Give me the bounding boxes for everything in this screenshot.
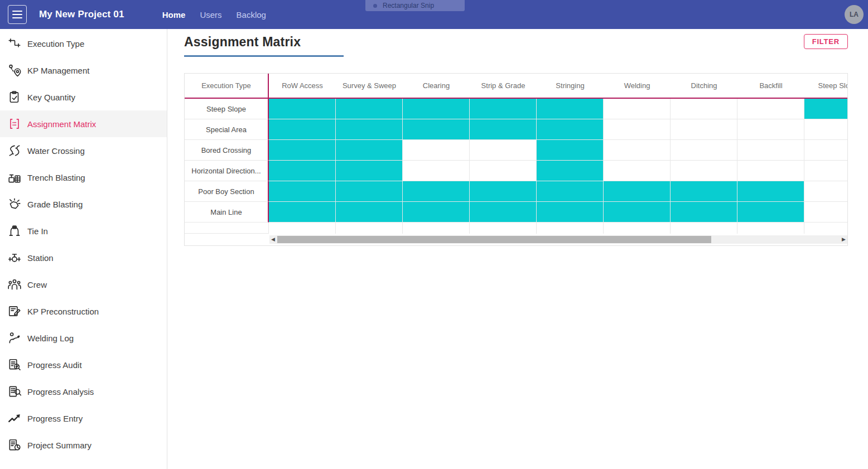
scrollbar-right-arrow-icon[interactable]: ▶	[840, 235, 847, 244]
matrix-cell-main-line-ditching[interactable]	[671, 202, 737, 223]
matrix-cell-steep-slope-survey-sweep[interactable]	[336, 99, 403, 119]
matrix-cell-special-area-row-access[interactable]	[269, 119, 336, 140]
matrix-cell-steep-slope-welding[interactable]	[604, 99, 671, 119]
sidebar-item-key-quantity[interactable]: Key Quantity	[0, 84, 167, 110]
matrix-cell-main-line-stringing[interactable]	[537, 202, 604, 223]
matrix-cell-poor-boy-section-ditching[interactable]	[671, 181, 737, 202]
matrix-cell-special-area-strip-grade[interactable]	[470, 119, 537, 140]
sidebar-item-kp-management[interactable]: KP Management	[0, 57, 167, 84]
matrix-cell-poor-boy-section-survey-sweep[interactable]	[336, 181, 403, 202]
sidebar-item-water-crossing[interactable]: Water Crossing	[0, 137, 167, 164]
matrix-cell-poor-boy-section-steep-slope[interactable]	[804, 181, 848, 202]
matrix-cell-special-area-clearing[interactable]	[403, 119, 470, 140]
sidebar-item-trench-blasting[interactable]: Trench Blasting	[0, 164, 167, 191]
matrix-cell-bored-crossing-welding[interactable]	[604, 140, 671, 161]
filter-button[interactable]: FILTER	[804, 34, 848, 49]
matrix-cell-steep-slope-backfill[interactable]	[737, 99, 804, 119]
matrix-cell-special-area-stringing[interactable]	[537, 119, 604, 140]
matrix-cell-horizontal-direction-welding[interactable]	[604, 161, 671, 181]
navbar-links: HomeUsersBacklog	[162, 10, 266, 20]
matrix-cell-bored-crossing-steep-slope[interactable]	[804, 140, 848, 161]
scrollbar-left-arrow-icon[interactable]: ◀	[269, 235, 277, 244]
matrix-cell-bored-crossing-clearing[interactable]	[403, 140, 470, 161]
sidebar-item-label: Tie In	[27, 226, 48, 236]
matrix-cell-main-line-strip-grade[interactable]	[470, 202, 537, 223]
matrix-cell-bored-crossing-strip-grade[interactable]	[470, 140, 537, 161]
matrix-cell-horizontal-direction-row-access[interactable]	[269, 161, 336, 181]
sidebar-item-welding-log[interactable]: Welding Log	[0, 325, 167, 351]
map-pencil-icon	[7, 304, 22, 318]
matrix-cell-horizontal-direction-stringing[interactable]	[537, 161, 604, 181]
matrix-cell-bored-crossing-survey-sweep[interactable]	[336, 140, 403, 161]
sidebar-item-kp-preconstruction[interactable]: KP Preconstruction	[0, 298, 167, 325]
matrix-cell-poor-boy-section-clearing[interactable]	[403, 181, 470, 202]
nav-link-home[interactable]: Home	[162, 10, 186, 20]
matrix-cell-horizontal-direction-steep-slope[interactable]	[804, 161, 848, 181]
matrix-cell-horizontal-direction-backfill[interactable]	[737, 161, 804, 181]
matrix-cell-special-area-backfill[interactable]	[737, 119, 804, 140]
sidebar-item-station[interactable]: Station	[0, 244, 167, 271]
sidebar-item-project-summary[interactable]: Project Summary	[0, 432, 167, 458]
sidebar-item-grade-blasting[interactable]: Grade Blasting	[0, 191, 167, 217]
matrix-cell-horizontal-direction-survey-sweep[interactable]	[336, 161, 403, 181]
matrix-scrollbar-row: ◀ ▶	[185, 234, 847, 245]
nav-link-backlog[interactable]: Backlog	[237, 10, 266, 20]
audit-icon	[7, 357, 22, 372]
matrix-cell-special-area-ditching[interactable]	[671, 119, 737, 140]
sidebar-item-progress-entry[interactable]: Progress Entry	[0, 405, 167, 432]
matrix-cell-horizontal-direction-strip-grade[interactable]	[470, 161, 537, 181]
matrix-cell-main-line-row-access[interactable]	[269, 202, 336, 223]
matrix-cell-bored-crossing-stringing[interactable]	[537, 140, 604, 161]
matrix-cell-poor-boy-section-row-access[interactable]	[269, 181, 336, 202]
matrix-empty-cell	[470, 223, 537, 234]
matrix-cell-main-line-welding[interactable]	[604, 202, 671, 223]
matrix-cell-special-area-survey-sweep[interactable]	[336, 119, 403, 140]
sidebar-item-assignment-matrix[interactable]: Assignment Matrix	[0, 110, 167, 137]
pipeline-icon	[7, 36, 22, 51]
matrix-empty-cell	[269, 223, 336, 234]
matrix-cell-bored-crossing-backfill[interactable]	[737, 140, 804, 161]
blast-icon	[7, 197, 22, 211]
matrix-cell-main-line-backfill[interactable]	[737, 202, 804, 223]
matrix-cell-poor-boy-section-stringing[interactable]	[537, 181, 604, 202]
project-title: My New Project 01	[39, 9, 124, 20]
matrix-cell-horizontal-direction-ditching[interactable]	[671, 161, 737, 181]
scrollbar-thumb[interactable]	[277, 236, 711, 243]
summary-icon	[7, 438, 22, 452]
sidebar-item-crew[interactable]: Crew	[0, 271, 167, 298]
matrix-cell-main-line-survey-sweep[interactable]	[336, 202, 403, 223]
matrix-cell-special-area-steep-slope[interactable]	[804, 119, 848, 140]
sidebar-item-label: KP Management	[27, 66, 89, 75]
matrix-empty-cell	[604, 223, 671, 234]
matrix-cell-bored-crossing-ditching[interactable]	[671, 140, 737, 161]
horizontal-scrollbar[interactable]: ◀ ▶	[269, 235, 847, 244]
sidebar-item-tie-in[interactable]: Tie In	[0, 217, 167, 244]
sidebar-item-progress-analysis[interactable]: Progress Analysis	[0, 378, 167, 405]
matrix-cell-steep-slope-stringing[interactable]	[537, 99, 604, 119]
sidebar-item-progress-audit[interactable]: Progress Audit	[0, 351, 167, 378]
matrix-cell-steep-slope-strip-grade[interactable]	[470, 99, 537, 119]
matrix-empty-cell	[671, 223, 737, 234]
nav-link-users[interactable]: Users	[200, 10, 221, 20]
matrix-cell-steep-slope-row-access[interactable]	[269, 99, 336, 119]
matrix-column-header-strip-grade: Strip & Grade	[470, 74, 537, 98]
sidebar-item-label: Progress Analysis	[27, 387, 94, 397]
matrix-cell-poor-boy-section-strip-grade[interactable]	[470, 181, 537, 202]
hamburger-menu-button[interactable]	[8, 5, 27, 24]
matrix-cell-steep-slope-clearing[interactable]	[403, 99, 470, 119]
matrix-cell-steep-slope-steep-slope[interactable]	[804, 99, 848, 119]
avatar[interactable]: LA	[845, 5, 864, 24]
matrix-cell-steep-slope-ditching[interactable]	[671, 99, 737, 119]
scrollbar-track[interactable]	[277, 235, 840, 244]
matrix-cell-main-line-steep-slope[interactable]	[804, 202, 848, 223]
crew-icon	[7, 277, 22, 292]
matrix-cell-poor-boy-section-welding[interactable]	[604, 181, 671, 202]
matrix-cell-poor-boy-section-backfill[interactable]	[737, 181, 804, 202]
top-navbar: My New Project 01 HomeUsersBacklog Recta…	[0, 0, 868, 29]
matrix-empty-cell	[804, 223, 848, 234]
sidebar-item-execution-type[interactable]: Execution Type	[0, 30, 167, 57]
matrix-cell-main-line-clearing[interactable]	[403, 202, 470, 223]
matrix-cell-horizontal-direction-clearing[interactable]	[403, 161, 470, 181]
matrix-cell-special-area-welding[interactable]	[604, 119, 671, 140]
matrix-cell-bored-crossing-row-access[interactable]	[269, 140, 336, 161]
